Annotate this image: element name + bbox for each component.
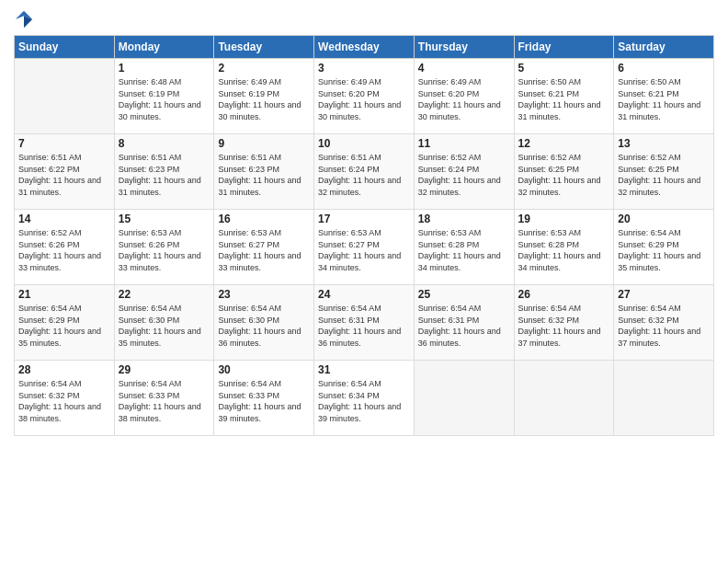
day-number: 11 bbox=[418, 137, 510, 150]
logo-icon bbox=[14, 9, 34, 29]
page-container: SundayMondayTuesdayWednesdayThursdayFrid… bbox=[0, 0, 728, 563]
calendar-cell bbox=[414, 361, 514, 436]
calendar-cell: 17Sunrise: 6:53 AMSunset: 6:27 PMDayligh… bbox=[314, 210, 415, 285]
day-detail: Sunrise: 6:50 AMSunset: 6:21 PMDaylight:… bbox=[518, 76, 610, 122]
day-detail: Sunrise: 6:54 AMSunset: 6:33 PMDaylight:… bbox=[119, 378, 210, 424]
day-detail: Sunrise: 6:53 AMSunset: 6:27 PMDaylight:… bbox=[318, 227, 410, 273]
calendar-cell: 18Sunrise: 6:53 AMSunset: 6:28 PMDayligh… bbox=[414, 210, 514, 285]
day-number: 2 bbox=[218, 62, 310, 75]
week-row-1: 1Sunrise: 6:48 AMSunset: 6:19 PMDaylight… bbox=[15, 59, 714, 134]
day-detail: Sunrise: 6:51 AMSunset: 6:24 PMDaylight:… bbox=[318, 152, 410, 198]
calendar-cell: 29Sunrise: 6:54 AMSunset: 6:33 PMDayligh… bbox=[114, 361, 214, 436]
day-detail: Sunrise: 6:51 AMSunset: 6:23 PMDaylight:… bbox=[119, 152, 210, 198]
logo bbox=[14, 9, 38, 29]
day-number: 29 bbox=[119, 363, 210, 376]
day-number: 9 bbox=[218, 137, 310, 150]
calendar-cell: 4Sunrise: 6:49 AMSunset: 6:20 PMDaylight… bbox=[414, 59, 514, 134]
day-number: 28 bbox=[18, 363, 110, 376]
calendar-cell: 16Sunrise: 6:53 AMSunset: 6:27 PMDayligh… bbox=[214, 210, 314, 285]
day-number: 18 bbox=[418, 213, 510, 225]
svg-marker-1 bbox=[24, 16, 32, 28]
calendar-cell: 31Sunrise: 6:54 AMSunset: 6:34 PMDayligh… bbox=[314, 361, 415, 436]
day-detail: Sunrise: 6:51 AMSunset: 6:23 PMDaylight:… bbox=[218, 152, 310, 198]
calendar-cell bbox=[514, 361, 614, 436]
calendar-cell: 9Sunrise: 6:51 AMSunset: 6:23 PMDaylight… bbox=[214, 134, 314, 210]
day-detail: Sunrise: 6:53 AMSunset: 6:26 PMDaylight:… bbox=[119, 227, 210, 273]
day-number: 8 bbox=[119, 137, 210, 150]
day-detail: Sunrise: 6:52 AMSunset: 6:25 PMDaylight:… bbox=[618, 152, 710, 198]
day-number: 14 bbox=[18, 213, 110, 225]
day-number: 7 bbox=[18, 137, 110, 150]
day-number: 10 bbox=[318, 137, 410, 150]
calendar-cell bbox=[15, 59, 115, 134]
weekday-header-sunday: Sunday bbox=[15, 36, 115, 59]
calendar-cell: 22Sunrise: 6:54 AMSunset: 6:30 PMDayligh… bbox=[114, 285, 214, 361]
day-number: 25 bbox=[418, 288, 510, 301]
day-number: 30 bbox=[218, 363, 310, 376]
day-number: 15 bbox=[119, 213, 210, 225]
calendar-cell: 5Sunrise: 6:50 AMSunset: 6:21 PMDaylight… bbox=[514, 59, 614, 134]
day-detail: Sunrise: 6:54 AMSunset: 6:29 PMDaylight:… bbox=[18, 303, 110, 349]
day-number: 6 bbox=[618, 62, 710, 75]
calendar-cell: 10Sunrise: 6:51 AMSunset: 6:24 PMDayligh… bbox=[314, 134, 415, 210]
weekday-header-friday: Friday bbox=[514, 36, 614, 59]
day-detail: Sunrise: 6:53 AMSunset: 6:27 PMDaylight:… bbox=[218, 227, 310, 273]
day-number: 27 bbox=[618, 288, 710, 301]
day-detail: Sunrise: 6:48 AMSunset: 6:19 PMDaylight:… bbox=[119, 76, 210, 122]
calendar-cell: 28Sunrise: 6:54 AMSunset: 6:32 PMDayligh… bbox=[15, 361, 115, 436]
calendar-cell: 13Sunrise: 6:52 AMSunset: 6:25 PMDayligh… bbox=[614, 134, 714, 210]
calendar-cell: 6Sunrise: 6:50 AMSunset: 6:21 PMDaylight… bbox=[614, 59, 714, 134]
day-detail: Sunrise: 6:54 AMSunset: 6:31 PMDaylight:… bbox=[318, 303, 410, 349]
day-detail: Sunrise: 6:54 AMSunset: 6:30 PMDaylight:… bbox=[218, 303, 310, 349]
day-detail: Sunrise: 6:49 AMSunset: 6:20 PMDaylight:… bbox=[318, 76, 410, 122]
calendar-cell: 14Sunrise: 6:52 AMSunset: 6:26 PMDayligh… bbox=[15, 210, 115, 285]
day-number: 21 bbox=[18, 288, 110, 301]
day-number: 3 bbox=[318, 62, 410, 75]
weekday-header-thursday: Thursday bbox=[414, 36, 514, 59]
day-detail: Sunrise: 6:54 AMSunset: 6:31 PMDaylight:… bbox=[418, 303, 510, 349]
day-detail: Sunrise: 6:54 AMSunset: 6:32 PMDaylight:… bbox=[518, 303, 610, 349]
calendar-cell: 25Sunrise: 6:54 AMSunset: 6:31 PMDayligh… bbox=[414, 285, 514, 361]
calendar-table: SundayMondayTuesdayWednesdayThursdayFrid… bbox=[14, 35, 714, 436]
day-detail: Sunrise: 6:54 AMSunset: 6:32 PMDaylight:… bbox=[18, 378, 110, 424]
calendar-cell: 24Sunrise: 6:54 AMSunset: 6:31 PMDayligh… bbox=[314, 285, 415, 361]
day-number: 20 bbox=[618, 213, 710, 225]
calendar-cell: 30Sunrise: 6:54 AMSunset: 6:33 PMDayligh… bbox=[214, 361, 314, 436]
day-number: 19 bbox=[518, 213, 610, 225]
day-number: 13 bbox=[618, 137, 710, 150]
day-detail: Sunrise: 6:54 AMSunset: 6:33 PMDaylight:… bbox=[218, 378, 310, 424]
day-detail: Sunrise: 6:50 AMSunset: 6:21 PMDaylight:… bbox=[618, 76, 710, 122]
day-detail: Sunrise: 6:53 AMSunset: 6:28 PMDaylight:… bbox=[518, 227, 610, 273]
day-detail: Sunrise: 6:52 AMSunset: 6:26 PMDaylight:… bbox=[18, 227, 110, 273]
day-number: 23 bbox=[218, 288, 310, 301]
calendar-cell: 11Sunrise: 6:52 AMSunset: 6:24 PMDayligh… bbox=[414, 134, 514, 210]
day-detail: Sunrise: 6:53 AMSunset: 6:28 PMDaylight:… bbox=[418, 227, 510, 273]
weekday-header-monday: Monday bbox=[114, 36, 214, 59]
week-row-4: 21Sunrise: 6:54 AMSunset: 6:29 PMDayligh… bbox=[15, 285, 714, 361]
day-detail: Sunrise: 6:51 AMSunset: 6:22 PMDaylight:… bbox=[18, 152, 110, 198]
calendar-cell bbox=[614, 361, 714, 436]
weekday-header-tuesday: Tuesday bbox=[214, 36, 314, 59]
calendar-cell: 27Sunrise: 6:54 AMSunset: 6:32 PMDayligh… bbox=[614, 285, 714, 361]
day-number: 17 bbox=[318, 213, 410, 225]
calendar-cell: 26Sunrise: 6:54 AMSunset: 6:32 PMDayligh… bbox=[514, 285, 614, 361]
calendar-cell: 8Sunrise: 6:51 AMSunset: 6:23 PMDaylight… bbox=[114, 134, 214, 210]
day-detail: Sunrise: 6:49 AMSunset: 6:19 PMDaylight:… bbox=[218, 76, 310, 122]
day-number: 22 bbox=[119, 288, 210, 301]
day-number: 26 bbox=[518, 288, 610, 301]
day-detail: Sunrise: 6:54 AMSunset: 6:30 PMDaylight:… bbox=[119, 303, 210, 349]
week-row-5: 28Sunrise: 6:54 AMSunset: 6:32 PMDayligh… bbox=[15, 361, 714, 436]
calendar-cell: 15Sunrise: 6:53 AMSunset: 6:26 PMDayligh… bbox=[114, 210, 214, 285]
calendar-cell: 3Sunrise: 6:49 AMSunset: 6:20 PMDaylight… bbox=[314, 59, 415, 134]
day-number: 31 bbox=[318, 363, 410, 376]
calendar-cell: 12Sunrise: 6:52 AMSunset: 6:25 PMDayligh… bbox=[514, 134, 614, 210]
day-number: 5 bbox=[518, 62, 610, 75]
calendar-cell: 7Sunrise: 6:51 AMSunset: 6:22 PMDaylight… bbox=[15, 134, 115, 210]
week-row-2: 7Sunrise: 6:51 AMSunset: 6:22 PMDaylight… bbox=[15, 134, 714, 210]
weekday-header-row: SundayMondayTuesdayWednesdayThursdayFrid… bbox=[15, 36, 714, 59]
calendar-cell: 21Sunrise: 6:54 AMSunset: 6:29 PMDayligh… bbox=[15, 285, 115, 361]
day-number: 24 bbox=[318, 288, 410, 301]
weekday-header-wednesday: Wednesday bbox=[314, 36, 415, 59]
calendar-cell: 2Sunrise: 6:49 AMSunset: 6:19 PMDaylight… bbox=[214, 59, 314, 134]
week-row-3: 14Sunrise: 6:52 AMSunset: 6:26 PMDayligh… bbox=[15, 210, 714, 285]
